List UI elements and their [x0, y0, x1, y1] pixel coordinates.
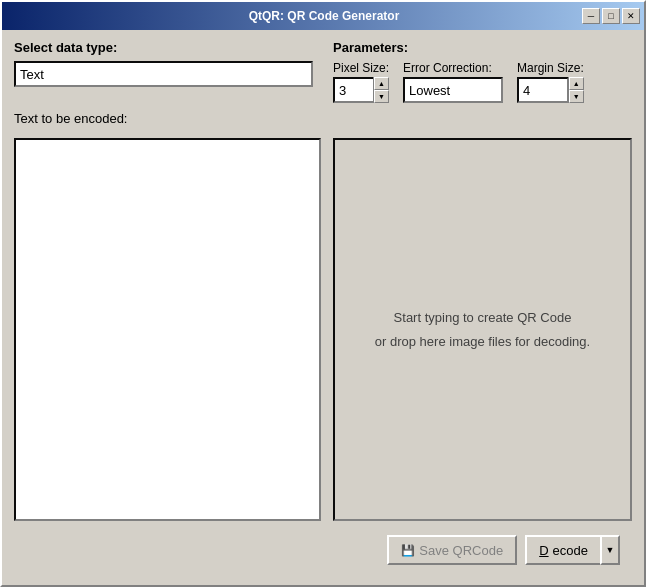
text-input[interactable] [14, 138, 321, 521]
decode-dropdown-arrow[interactable]: ▼ [600, 535, 620, 565]
pixel-size-up[interactable]: ▲ [374, 77, 389, 90]
margin-size-group: Margin Size: 4 ▲ ▼ [517, 61, 584, 103]
pixel-size-down[interactable]: ▼ [374, 90, 389, 103]
window-content: Select data type: Text URL Phone Email S… [2, 30, 644, 585]
main-window: QtQR: QR Code Generator ─ □ ✕ Select dat… [0, 0, 646, 587]
margin-size-label: Margin Size: [517, 61, 584, 75]
error-correction-select[interactable]: Lowest Low Medium High [403, 77, 503, 103]
params-section: Pixel Size: 3 ▲ ▼ Error Correction: [333, 61, 632, 103]
data-type-select-wrapper: Text URL Phone Email SMS WiFi vCard [14, 61, 313, 87]
encode-label: Text to be encoded: [14, 111, 632, 126]
placeholder-line1: Start typing to create QR Code [394, 310, 572, 325]
close-button[interactable]: ✕ [622, 8, 640, 24]
error-correction-label: Error Correction: [403, 61, 503, 75]
window-title: QtQR: QR Code Generator [6, 9, 582, 23]
main-panels: Start typing to create QR Code or drop h… [14, 138, 632, 521]
qr-preview-area[interactable]: Start typing to create QR Code or drop h… [333, 138, 632, 521]
save-label: Save QRCode [419, 543, 503, 558]
margin-size-up[interactable]: ▲ [569, 77, 584, 90]
margin-size-down[interactable]: ▼ [569, 90, 584, 103]
margin-size-buttons: ▲ ▼ [568, 77, 584, 103]
placeholder-line2: or drop here image files for decoding. [375, 334, 590, 349]
margin-size-spinner: 4 ▲ ▼ [517, 77, 584, 103]
pixel-size-spinner: 3 ▲ ▼ [333, 77, 389, 103]
data-type-select[interactable]: Text URL Phone Email SMS WiFi vCard [14, 61, 313, 87]
pixel-size-group: Pixel Size: 3 ▲ ▼ [333, 61, 389, 103]
error-correction-select-wrapper: Lowest Low Medium High [403, 77, 503, 103]
save-icon: 💾 [401, 543, 415, 557]
save-qrcode-button[interactable]: 💾 Save QRCode [387, 535, 517, 565]
decode-button[interactable]: Decode [525, 535, 600, 565]
qr-placeholder: Start typing to create QR Code or drop h… [375, 306, 590, 353]
pixel-size-label: Pixel Size: [333, 61, 389, 75]
minimize-button[interactable]: ─ [582, 8, 600, 24]
pixel-size-buttons: ▲ ▼ [373, 77, 389, 103]
bottom-bar: 💾 Save QRCode Decode ▼ [14, 529, 632, 575]
maximize-button[interactable]: □ [602, 8, 620, 24]
title-bar-buttons: ─ □ ✕ [582, 8, 640, 24]
decode-label-rest: ecode [553, 543, 588, 558]
title-bar: QtQR: QR Code Generator ─ □ ✕ [2, 2, 644, 30]
right-panel: Parameters: Pixel Size: 3 ▲ ▼ [333, 40, 632, 103]
error-correction-group: Error Correction: Lowest Low Medium High [403, 61, 503, 103]
left-panel: Select data type: Text URL Phone Email S… [14, 40, 313, 87]
select-data-type-label: Select data type: [14, 40, 313, 55]
margin-size-input[interactable]: 4 [517, 77, 569, 103]
decode-underline: D [539, 543, 548, 558]
decode-button-group: Decode ▼ [525, 535, 620, 565]
top-section: Select data type: Text URL Phone Email S… [14, 40, 632, 103]
params-label: Parameters: [333, 40, 632, 55]
